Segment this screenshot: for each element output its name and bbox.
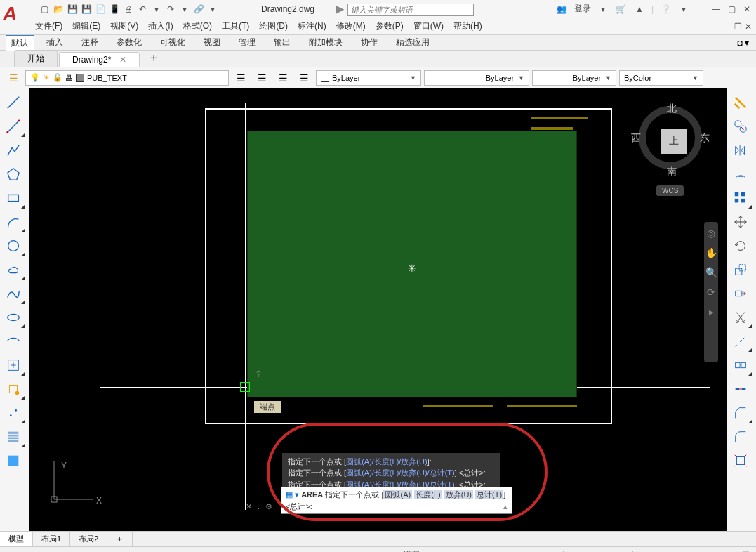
mirror-tool[interactable]	[729, 139, 752, 162]
viewcube[interactable]: 上 北 南 东 西 WCS	[635, 103, 705, 173]
undo-icon[interactable]: ↶	[136, 3, 149, 15]
share-icon[interactable]: 🔗	[192, 3, 205, 15]
layer-properties-icon[interactable]: ☰	[4, 69, 22, 87]
login-button[interactable]: 登录	[574, 3, 591, 15]
cart-icon[interactable]: 🛒	[615, 3, 628, 15]
chevron-down-icon[interactable]: ▾	[206, 3, 219, 15]
close-button[interactable]: ✕	[741, 4, 753, 14]
menu-window[interactable]: 窗口(W)	[413, 20, 444, 32]
menu-modify[interactable]: 修改(M)	[336, 20, 366, 32]
layer-tool3-icon[interactable]: ☰	[274, 69, 292, 87]
search-input[interactable]	[347, 4, 474, 16]
viewcube-west[interactable]: 西	[631, 132, 641, 145]
help-icon[interactable]: ❔	[659, 3, 672, 15]
tab-drawing[interactable]: Drawing2* ✕	[59, 52, 140, 67]
ribbon-tab-manage[interactable]: 管理	[233, 35, 261, 50]
layer-tool4-icon[interactable]: ☰	[295, 69, 313, 87]
array-tool[interactable]	[729, 187, 752, 209]
extend-tool[interactable]	[729, 330, 752, 353]
open-icon[interactable]: 📂	[52, 3, 65, 15]
status-model[interactable]: 模型	[401, 549, 422, 552]
ribbon-tab-output[interactable]: 输出	[268, 35, 296, 50]
xline-tool[interactable]	[1, 115, 25, 138]
ellipse-arc-tool[interactable]	[1, 330, 25, 353]
plotstyle-dropdown[interactable]: ByColor▼	[619, 70, 703, 86]
cmd-close-icon[interactable]: ✕	[246, 502, 252, 511]
chevron-down-icon[interactable]: ▾	[150, 3, 163, 15]
nav-zoom-icon[interactable]: 🔍	[705, 267, 717, 278]
cmd-options-icon[interactable]: ⚙	[265, 502, 272, 511]
trim-tool[interactable]	[729, 306, 752, 329]
tab-add-button[interactable]: ＋	[141, 49, 166, 67]
nav-orbit-icon[interactable]: ⟳	[707, 287, 715, 298]
ellipse-tool[interactable]	[1, 306, 25, 329]
chevron-down-icon[interactable]: ▾	[677, 3, 690, 15]
minimize-button[interactable]: —	[710, 4, 722, 14]
ribbon-tab-collab[interactable]: 协作	[355, 35, 383, 50]
polygon-tool[interactable]	[1, 163, 25, 185]
line-tool[interactable]	[1, 91, 25, 114]
a360-icon[interactable]: ▲	[633, 3, 646, 15]
menu-params[interactable]: 参数(P)	[376, 20, 404, 32]
move-tool[interactable]	[729, 211, 752, 233]
doc-minimize-button[interactable]: —	[723, 22, 731, 32]
tab-close-icon[interactable]: ✕	[119, 55, 126, 65]
ribbon-tab-featured[interactable]: 精选应用	[390, 35, 435, 50]
insert-block-tool[interactable]	[1, 354, 25, 376]
menu-insert[interactable]: 插入(I)	[148, 20, 173, 32]
lineweight-dropdown[interactable]: ByLayer▼	[424, 70, 529, 86]
mobile-icon[interactable]: 📱	[108, 3, 121, 15]
chevron-down-icon[interactable]: ▾	[597, 3, 609, 15]
ribbon-tab-insert[interactable]: 插入	[41, 35, 69, 50]
linetype-dropdown[interactable]: ByLayer▼	[532, 70, 616, 86]
cmd-handle-icon[interactable]: ⋮	[255, 502, 263, 511]
new-icon[interactable]: ▢	[38, 3, 51, 15]
plot-icon[interactable]: 📄	[94, 3, 107, 15]
make-block-tool[interactable]	[1, 378, 25, 400]
app-logo[interactable]: A	[3, 3, 31, 31]
rotate-tool[interactable]	[729, 235, 752, 257]
menu-format[interactable]: 格式(O)	[183, 20, 212, 32]
gradient-tool[interactable]	[1, 449, 25, 472]
print-icon[interactable]: 🖨	[122, 3, 135, 15]
polyline-tool[interactable]	[1, 139, 25, 162]
layout-add-button[interactable]: ＋	[107, 532, 133, 546]
layout-1[interactable]: 布局1	[33, 532, 70, 546]
chamfer-tool[interactable]	[729, 402, 752, 424]
saveas-icon[interactable]: 💾	[80, 3, 93, 15]
cmd-expand-icon[interactable]: ▴	[503, 501, 508, 513]
chevron-down-icon[interactable]: ▾	[178, 3, 191, 15]
viewcube-east[interactable]: 东	[700, 132, 710, 145]
doc-close-button[interactable]: ✕	[745, 22, 752, 32]
viewcube-north[interactable]: 北	[667, 103, 677, 115]
join-tool[interactable]	[729, 378, 752, 400]
nav-showmotion-icon[interactable]: ▸	[709, 306, 714, 317]
drawing-canvas[interactable]: ✳ ? 端点 Y X 上 北 南 东 西 WCS ◎ ✋ 🔍 ⟳ ▸ ✕ ⋮ ⚙	[29, 88, 727, 531]
layer-tool1-icon[interactable]: ☰	[232, 69, 250, 87]
rectangle-tool[interactable]	[1, 187, 25, 209]
copy-tool[interactable]	[729, 115, 752, 138]
command-input[interactable]: ▦ ▾ AREA 指定下一个点或 [圆弧(A) 长度(L) 放弃(U) 总计(T…	[281, 487, 512, 514]
ribbon-tab-default[interactable]: 默认	[6, 34, 34, 51]
fillet-tool[interactable]	[729, 426, 752, 448]
viewcube-top[interactable]: 上	[661, 129, 687, 154]
menu-dimension[interactable]: 标注(N)	[298, 20, 326, 32]
layout-2[interactable]: 布局2	[70, 532, 107, 546]
circle-tool[interactable]	[1, 235, 25, 257]
layout-model[interactable]: 模型	[0, 532, 33, 546]
nav-pan-icon[interactable]: ✋	[705, 247, 717, 258]
spline-tool[interactable]	[1, 282, 25, 305]
ribbon-tab-parametric[interactable]: 参数化	[111, 35, 147, 50]
color-dropdown[interactable]: ByLayer▼	[316, 70, 421, 86]
nav-wheel-icon[interactable]: ◎	[707, 228, 715, 239]
ribbon-tab-annotate[interactable]: 注释	[76, 35, 104, 50]
hatch-tool[interactable]	[1, 426, 25, 448]
point-tool[interactable]	[1, 402, 25, 424]
menu-help[interactable]: 帮助(H)	[453, 20, 482, 32]
explode-tool[interactable]	[729, 449, 752, 472]
layer-tool2-icon[interactable]: ☰	[253, 69, 271, 87]
viewcube-wcs[interactable]: WCS	[656, 185, 684, 196]
menu-file[interactable]: 文件(F)	[35, 20, 62, 32]
ribbon-tab-addins[interactable]: 附加模块	[303, 35, 348, 50]
layer-dropdown[interactable]: 💡 ☀ 🔓 🖶 PUB_TEXT	[25, 70, 229, 86]
